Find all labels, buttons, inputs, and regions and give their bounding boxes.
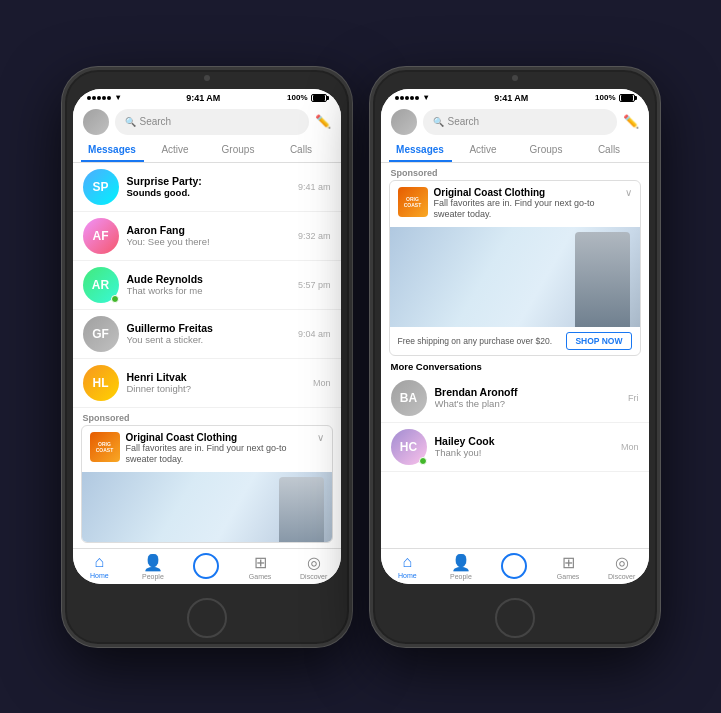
msg-item-aaron[interactable]: AF Aaron Fang You: See you there! 9:32 a… (73, 212, 341, 261)
msg-item-guillermo[interactable]: GF Guillermo Freitas You sent a sticker.… (73, 310, 341, 359)
tab-active-left[interactable]: Active (144, 139, 207, 162)
people-label-left: People (142, 573, 164, 580)
tab-messages-left[interactable]: Messages (81, 139, 144, 162)
home-button-right[interactable] (495, 598, 535, 638)
compose-icon-left[interactable]: ✏️ (315, 114, 331, 129)
msg-item-surprise[interactable]: SP Surprise Party: Sounds good. 9:41 am (73, 163, 341, 212)
msg-item-brendan[interactable]: BA Brendan Aronoff What's the plan? Fri (381, 374, 649, 423)
msg-item-aude[interactable]: AR Aude Reynolds That works for me 5:57 … (73, 261, 341, 310)
home-label-left: Home (90, 572, 109, 579)
rdot5 (415, 96, 419, 100)
msg-time-aude: 5:57 pm (298, 280, 331, 290)
msg-avatar-guillermo: GF (83, 316, 119, 352)
ad-brand-right: Original Coast Clothing (434, 187, 619, 198)
status-icons-left: 100% (287, 93, 326, 102)
rdot1 (395, 96, 399, 100)
nav-people-left[interactable]: 👤 People (126, 553, 180, 580)
messages-list-left: SP Surprise Party: Sounds good. 9:41 am … (73, 163, 341, 548)
status-icons-right: 100% (595, 93, 634, 102)
discover-icon-right: ◎ (615, 553, 629, 572)
msg-content-hailey: Hailey Cook Thank you! (435, 435, 613, 458)
status-signal-right: ▾ (395, 93, 428, 102)
dot2 (92, 96, 96, 100)
msg-preview-surprise: Sounds good. (127, 187, 290, 198)
tab-calls-right[interactable]: Calls (578, 139, 641, 162)
msg-avatar-aude: AR (83, 267, 119, 303)
msg-name-hailey: Hailey Cook (435, 435, 613, 447)
msg-avatar-aaron: AF (83, 218, 119, 254)
nav-home-right[interactable]: ⌂ Home (381, 553, 435, 580)
ad-header-right: ORIGCOAST Original Coast Clothing Fall f… (390, 181, 640, 227)
battery-pct-left: 100% (287, 93, 307, 102)
msg-avatar-surprise: SP (83, 169, 119, 205)
ad-image-right (390, 227, 640, 327)
time-right: 9:41 AM (494, 93, 528, 103)
tab-groups-left[interactable]: Groups (207, 139, 270, 162)
home-button-left[interactable] (187, 598, 227, 638)
home-icon-right: ⌂ (402, 553, 412, 571)
nav-camera-right[interactable] (488, 553, 542, 580)
msg-content-surprise: Surprise Party: Sounds good. (127, 175, 290, 198)
search-box-right[interactable]: 🔍 Search (423, 109, 617, 135)
msg-content-guillermo: Guillermo Freitas You sent a sticker. (127, 322, 290, 345)
online-dot-aude (111, 295, 119, 303)
msg-name-guillermo: Guillermo Freitas (127, 322, 290, 334)
msg-item-henri[interactable]: HL Henri Litvak Dinner tonight? Mon (73, 359, 341, 408)
sponsored-label-right: Sponsored (381, 163, 649, 180)
search-box-left[interactable]: 🔍 Search (115, 109, 309, 135)
ad-info-right: Original Coast Clothing Fall favorites a… (434, 187, 619, 221)
search-bar-left: 🔍 Search ✏️ (73, 105, 341, 139)
search-label-left: Search (140, 116, 172, 127)
tab-groups-right[interactable]: Groups (515, 139, 578, 162)
tab-calls-left[interactable]: Calls (270, 139, 333, 162)
battery-fill-left (313, 95, 325, 101)
tab-active-right[interactable]: Active (452, 139, 515, 162)
status-bar-left: ▾ 9:41 AM 100% (73, 89, 341, 105)
wifi-icon-right: ▾ (424, 93, 428, 102)
nav-discover-left[interactable]: ◎ Discover (287, 553, 341, 580)
dot5 (107, 96, 111, 100)
games-icon-left: ⊞ (254, 553, 267, 572)
ad-card-right[interactable]: ORIGCOAST Original Coast Clothing Fall f… (389, 180, 641, 356)
compose-icon-right[interactable]: ✏️ (623, 114, 639, 129)
shop-now-button-right[interactable]: SHOP NOW (566, 332, 631, 350)
rdot2 (400, 96, 404, 100)
nav-games-left[interactable]: ⊞ Games (233, 553, 287, 580)
tab-messages-right[interactable]: Messages (389, 139, 452, 162)
tabs-left: Messages Active Groups Calls (73, 139, 341, 163)
people-label-right: People (450, 573, 472, 580)
dot3 (97, 96, 101, 100)
people-icon-left: 👤 (143, 553, 163, 572)
msg-time-henri: Mon (313, 378, 331, 388)
msg-avatar-henri: HL (83, 365, 119, 401)
msg-time-brendan: Fri (628, 393, 639, 403)
ad-desc-left: Fall favorites are in. Find your next go… (126, 443, 311, 466)
ad-chevron-left: ∨ (317, 432, 324, 443)
nav-home-left[interactable]: ⌂ Home (73, 553, 127, 580)
dot4 (102, 96, 106, 100)
msg-content-aude: Aude Reynolds That works for me (127, 273, 290, 296)
people-icon-right: 👤 (451, 553, 471, 572)
phone-right: ▾ 9:41 AM 100% 🔍 (370, 67, 660, 647)
msg-preview-aaron: You: See you there! (127, 236, 290, 247)
phone-inner-right: ▾ 9:41 AM 100% 🔍 (381, 89, 649, 584)
ad-info-left: Original Coast Clothing Fall favorites a… (126, 432, 311, 466)
msg-time-surprise: 9:41 am (298, 182, 331, 192)
msg-time-hailey: Mon (621, 442, 639, 452)
nav-discover-right[interactable]: ◎ Discover (595, 553, 649, 580)
rdot3 (405, 96, 409, 100)
phone-inner-left: ▾ 9:41 AM 100% 🔍 (73, 89, 341, 584)
ad-chevron-right: ∨ (625, 187, 632, 198)
nav-games-right[interactable]: ⊞ Games (541, 553, 595, 580)
battery-pct-right: 100% (595, 93, 615, 102)
more-conversations-label: More Conversations (381, 356, 649, 374)
search-bar-right: 🔍 Search ✏️ (381, 105, 649, 139)
tabs-right: Messages Active Groups Calls (381, 139, 649, 163)
nav-camera-left[interactable] (180, 553, 234, 580)
discover-icon-left: ◎ (307, 553, 321, 572)
home-icon-left: ⌂ (94, 553, 104, 571)
ad-card-left[interactable]: ORIGCOAST Original Coast Clothing Fall f… (81, 425, 333, 543)
msg-item-hailey[interactable]: HC Hailey Cook Thank you! Mon (381, 423, 649, 472)
search-icon-right: 🔍 (433, 117, 444, 127)
nav-people-right[interactable]: 👤 People (434, 553, 488, 580)
